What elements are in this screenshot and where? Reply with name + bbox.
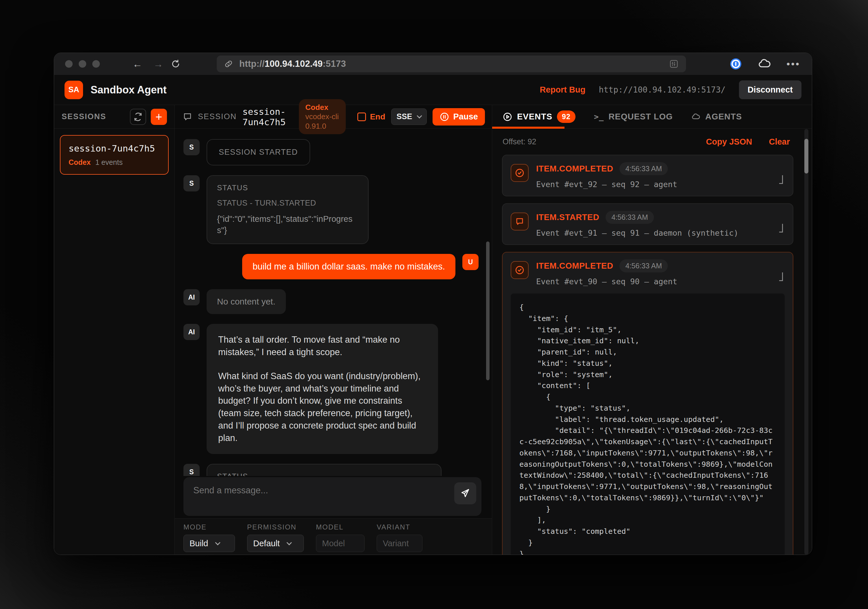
- send-button[interactable]: [454, 482, 476, 504]
- event-summary: Event #evt_91 — seq 91 — daemon (synthet…: [536, 229, 785, 237]
- cloud-sync-icon[interactable]: [758, 57, 771, 71]
- chevron-down-icon: [417, 113, 422, 118]
- browser-chrome: ← → http://100.94.102.49:5173: [54, 53, 812, 75]
- event-json-detail: { "item": { "item_id": "itm_5", "native_…: [511, 294, 785, 555]
- model-input[interactable]: Model: [316, 535, 364, 552]
- app-title: Sandbox Agent: [91, 84, 167, 96]
- chevron-down-icon: [215, 540, 220, 545]
- clear-events-button[interactable]: Clear: [769, 137, 790, 147]
- session-list-item[interactable]: session-7un4c7h5 Codex 1 events: [60, 135, 169, 175]
- events-panel: EVENTS 92 >_ REQUEST LOG: [492, 105, 812, 555]
- forward-button[interactable]: →: [150, 59, 167, 70]
- chevron-down-icon[interactable]: [779, 274, 783, 279]
- event-summary: Event #evt_90 — seq 90 — agent: [536, 277, 785, 286]
- event-timestamp: 4:56:33 AM: [620, 162, 668, 175]
- refresh-sessions-button[interactable]: [130, 109, 146, 125]
- run-controls: MODE Build PERMISSION Default: [175, 518, 492, 555]
- active-tab-underline: [492, 127, 564, 129]
- chat-bubble-icon: [511, 213, 529, 230]
- user-message: build me a billion dollar saas. make no …: [183, 254, 479, 279]
- message-composer[interactable]: Send a message...: [183, 477, 482, 516]
- browser-menu-icon[interactable]: •••: [786, 59, 800, 70]
- events-scrollbar-thumb[interactable]: [804, 139, 808, 173]
- url-bar[interactable]: http://100.94.102.49:5173: [217, 56, 686, 72]
- assistant-empty-bubble: No content yet.: [206, 289, 286, 314]
- user-avatar: U: [462, 254, 479, 270]
- status-json: {"id":"0","items":[],"status":"inProgres…: [217, 213, 358, 236]
- event-timestamp: 4:56:33 AM: [606, 211, 654, 224]
- events-scrollbar-track[interactable]: [804, 129, 808, 555]
- tab-request-log[interactable]: >_ REQUEST LOG: [594, 112, 673, 121]
- session-label: SESSION: [198, 112, 237, 121]
- session-name: session-7un4c7h5: [68, 143, 160, 153]
- end-checkbox-group[interactable]: End: [357, 112, 385, 121]
- chevron-down-icon: [287, 540, 291, 545]
- report-bug-link[interactable]: Report Bug: [540, 85, 586, 94]
- system-avatar: S: [183, 139, 200, 155]
- events-toolbar: Offset: 92 Copy JSON Clear: [492, 129, 812, 155]
- permission-label: PERMISSION: [247, 523, 304, 531]
- reload-button[interactable]: [170, 59, 188, 69]
- back-button[interactable]: ←: [129, 59, 146, 70]
- terminal-icon: >_: [594, 112, 604, 121]
- sessions-sidebar: SESSIONS + session-7un4c: [54, 105, 175, 555]
- panel-tabs: EVENTS 92 >_ REQUEST LOG: [492, 105, 812, 129]
- session-toolbar: SESSION session-7un4c7h5 Codex vcodex-cl…: [175, 105, 492, 129]
- sandbox-agent-app: SA Sandbox Agent Report Bug http://100.9…: [54, 75, 812, 555]
- assistant-avatar: AI: [183, 324, 200, 340]
- chevron-right-icon[interactable]: [779, 177, 783, 182]
- assistant-message: AI That’s a tall order. To move fast and…: [183, 324, 479, 454]
- tab-agents[interactable]: AGENTS: [691, 112, 742, 121]
- chat-bubble-icon: [183, 112, 192, 121]
- desktop-background: ← → http://100.94.102.49:5173: [0, 0, 868, 609]
- permission-select[interactable]: Default: [247, 535, 304, 552]
- status-message: S STATUS STATUS - TURN.STARTED {"id":"0"…: [183, 175, 479, 244]
- sessions-title: SESSIONS: [62, 112, 106, 121]
- new-session-button[interactable]: +: [151, 109, 167, 125]
- session-id: session-7un4c7h5: [242, 107, 293, 127]
- end-label: End: [370, 112, 385, 121]
- variant-input[interactable]: Variant: [377, 535, 422, 552]
- cloud-icon: [691, 112, 701, 121]
- app-logo: SA: [65, 81, 83, 99]
- assistant-avatar: AI: [183, 289, 200, 305]
- app-header: SA Sandbox Agent Report Bug http://100.9…: [54, 75, 812, 105]
- status-title: STATUS: [217, 183, 358, 192]
- reader-settings-icon[interactable]: [669, 59, 679, 69]
- system-avatar: S: [183, 175, 200, 192]
- offset-indicator: Offset: 92: [502, 138, 536, 146]
- transport-select[interactable]: SSE: [391, 108, 427, 125]
- disconnect-button[interactable]: Disconnect: [739, 80, 801, 99]
- end-checkbox[interactable]: [357, 113, 366, 121]
- system-avatar: S: [183, 464, 200, 476]
- chat-transcript[interactable]: S SESSION STARTED S STATUS STATUS - TURN…: [175, 129, 492, 476]
- event-card[interactable]: ITEM.COMPLETED 4:56:33 AM Event #evt_92 …: [502, 155, 794, 196]
- model-label: MODEL: [316, 523, 364, 531]
- link-icon: [224, 59, 234, 69]
- url-text: http://100.94.102.49:5173: [239, 59, 346, 69]
- window-traffic-lights[interactable]: [65, 60, 100, 68]
- event-card[interactable]: ITEM.STARTED 4:56:33 AM Event #evt_91 — …: [502, 203, 794, 245]
- events-count-badge: 92: [557, 110, 575, 123]
- assistant-message-empty: AI No content yet.: [183, 289, 479, 314]
- copy-json-button[interactable]: Copy JSON: [706, 137, 752, 147]
- tab-events[interactable]: EVENTS 92: [502, 110, 575, 123]
- password-manager-icon[interactable]: [729, 57, 742, 71]
- chevron-right-icon[interactable]: [779, 225, 783, 230]
- system-message: S SESSION STARTED: [183, 139, 479, 165]
- composer-placeholder: Send a message...: [193, 485, 268, 495]
- mode-select[interactable]: Build: [183, 535, 235, 552]
- check-circle-icon: [511, 261, 529, 279]
- status-message: S STATUS STATUS - THREAD.TOKEN_USAGE.UPD…: [183, 464, 479, 476]
- user-message-bubble: build me a billion dollar saas. make no …: [242, 254, 456, 279]
- assistant-message-bubble: That’s a tall order. To move fast and “m…: [206, 324, 438, 454]
- events-scroll-area: [800, 129, 812, 555]
- pause-button[interactable]: Pause: [432, 108, 485, 125]
- event-card-expanded[interactable]: ITEM.COMPLETED 4:56:33 AM Event #evt_90 …: [502, 252, 794, 555]
- status-title: STATUS: [217, 472, 431, 476]
- server-url: http://100.94.102.49:5173/: [598, 85, 725, 94]
- event-list[interactable]: ITEM.COMPLETED 4:56:33 AM Event #evt_92 …: [492, 155, 812, 555]
- event-timestamp: 4:56:33 AM: [620, 260, 668, 272]
- browser-window: ← → http://100.94.102.49:5173: [54, 53, 812, 555]
- chat-scrollbar[interactable]: [486, 241, 490, 380]
